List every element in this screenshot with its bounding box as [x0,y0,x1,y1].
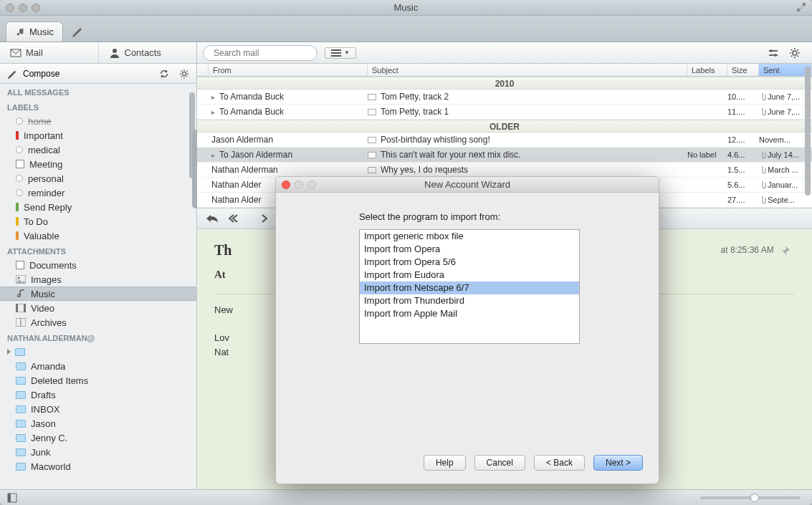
col-labels[interactable]: Labels [687,64,727,76]
import-option[interactable]: Import generic mbox file [360,230,579,243]
cancel-button[interactable]: Cancel [474,455,525,471]
message-row[interactable]: ▸To Amanda BuckTom Petty, track 210....J… [197,90,812,105]
attach-documents[interactable]: Documents [0,258,196,272]
next-button[interactable]: Next > [593,455,643,471]
fullscreen-icon[interactable] [796,2,806,12]
compose-icon [7,69,17,79]
col-size[interactable]: Size [727,64,759,76]
minimize-window-icon[interactable] [19,4,27,12]
folder-jenny-c.[interactable]: Jenny C. [0,431,196,445]
label-home[interactable]: home [0,114,196,128]
column-headers: From Subject Labels Size Sent [197,64,812,77]
archive-icon [16,318,26,327]
zoom-slider[interactable] [700,496,801,499]
reply-all-icon[interactable] [229,213,244,223]
music-note-icon [15,27,25,37]
folder-macworld[interactable]: Macworld [0,459,196,473]
folder-drafts[interactable]: Drafts [0,388,196,402]
gear-icon[interactable] [179,69,189,79]
dialog-titlebar: New Account Wizard [276,177,659,193]
tab-music[interactable]: Music [6,21,63,42]
search-field[interactable] [214,48,321,58]
import-option[interactable]: Import from Thunderbird [360,294,579,307]
attach-music[interactable]: Music [0,287,196,301]
section-all-messages[interactable]: ALL MESSAGES [0,84,196,99]
col-flag[interactable] [197,64,209,76]
attach-video[interactable]: Video [0,301,196,315]
back-button[interactable]: < Back [534,455,585,471]
panel-toggle-icon[interactable] [7,493,17,503]
import-option[interactable]: Import from Eudora [360,269,579,282]
attachment-icon [759,181,766,189]
pin-icon[interactable] [780,246,790,256]
label-send-reply[interactable]: Send Reply [0,200,196,214]
zoom-window-icon[interactable] [32,4,40,12]
col-from[interactable]: From [209,64,368,76]
import-option[interactable]: Import from Opera [360,243,579,256]
dialog-close-icon[interactable] [282,181,290,189]
sidebar: Compose ALL MESSAGES LABELS home Importa… [0,64,197,489]
sent-arrow-icon: ▸ [211,93,215,101]
settings-toggle-icon[interactable] [768,47,779,59]
svg-point-9 [770,49,773,52]
close-window-icon[interactable] [6,4,14,12]
mail-button[interactable]: Mail [0,42,99,63]
folder-icon [16,362,26,370]
app-window: Music Music Mail Contacts ▼ [0,0,812,505]
col-sent[interactable]: Sent [759,64,812,76]
attach-archives[interactable]: Archives [0,315,196,330]
label-todo[interactable]: To Do [0,214,196,229]
import-option[interactable]: Import from Opera 5/6 [360,256,579,269]
message-row[interactable]: Jason AldermanPost-birthday whistling so… [197,133,812,148]
section-attachments: ATTACHMENTS [0,243,196,258]
label-personal[interactable]: personal [0,171,196,186]
search-input[interactable] [203,45,317,61]
label-reminder[interactable]: reminder [0,186,196,200]
folder-junk[interactable]: Junk [0,445,196,459]
message-row[interactable]: ▸To Jason AldermanThis can't wait for yo… [197,148,812,163]
compose-row: Compose [0,64,196,84]
svg-point-10 [774,54,777,57]
forward-icon[interactable] [254,213,267,223]
attach-images[interactable]: Images [0,272,196,287]
contacts-button[interactable]: Contacts [99,42,197,63]
reply-icon[interactable] [206,213,219,223]
content-scrollbar[interactable] [805,67,811,196]
import-option[interactable]: Import from Netscape 6/7 [360,282,579,294]
disclosure-triangle-icon[interactable] [7,349,11,355]
account-root-folder[interactable] [0,345,196,359]
dialog-minimize-icon [295,181,303,189]
message-row[interactable]: ▸To Amanda BuckTom Petty, track 111....J… [197,105,812,120]
folder-deleted-items[interactable]: Deleted Items [0,373,196,388]
svg-rect-21 [8,494,11,502]
section-account: NATHAN.ALDERMAN@ [0,330,196,345]
import-source-listbox[interactable]: Import generic mbox fileImport from Oper… [359,229,580,344]
label-valuable[interactable]: Valuable [0,229,196,243]
envelope-icon [368,109,376,115]
music-note-icon [16,289,26,299]
attachment-icon [759,150,766,159]
folder-icon [16,391,26,399]
slider-knob[interactable] [750,494,759,502]
svg-point-12 [182,72,186,75]
label-medical[interactable]: medical [0,143,196,157]
folder-jason[interactable]: Jason [0,416,196,431]
dialog-zoom-icon [307,181,316,189]
gear-icon[interactable] [789,47,801,59]
folder-amanda[interactable]: Amanda [0,359,196,373]
svg-rect-16 [16,304,18,312]
refresh-icon[interactable] [159,69,169,79]
filter-menu-button[interactable]: ▼ [325,47,356,59]
import-option[interactable]: Import from Apple Mail [360,307,579,320]
new-tab-icon[interactable] [72,26,83,37]
folder-icon [16,405,26,413]
attachment-icon [759,107,766,116]
col-subject[interactable]: Subject [368,64,687,76]
help-button[interactable]: Help [424,455,466,471]
message-row[interactable]: Nathan AldermanWhy yes, I do requests1.5… [197,163,812,178]
label-meeting[interactable]: Meeting [0,157,196,171]
compose-button[interactable]: Compose [23,69,59,79]
section-labels: LABELS [0,99,196,114]
label-important[interactable]: Important [0,128,196,143]
folder-inbox[interactable]: INBOX [0,402,196,416]
